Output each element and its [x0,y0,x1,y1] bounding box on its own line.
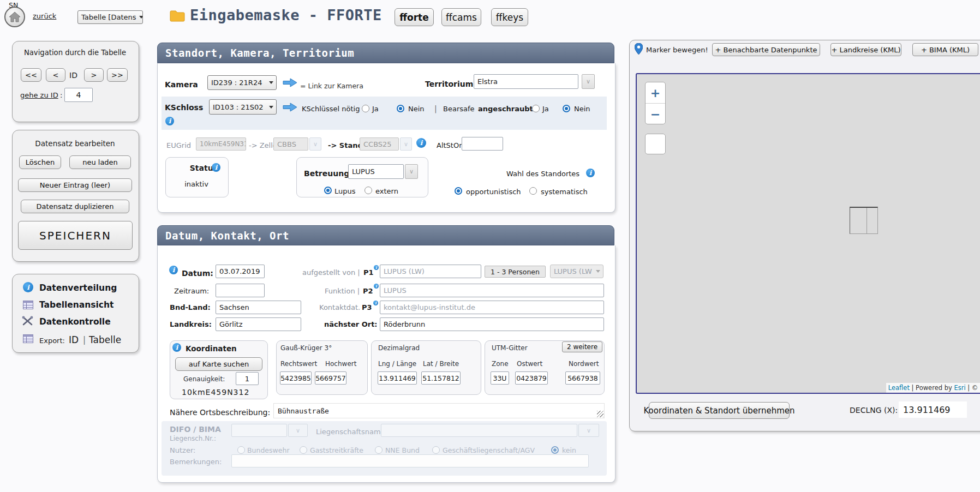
export-id-link[interactable]: ID [69,334,79,345]
liegensch-nr-input [231,424,287,437]
ostwert-input[interactable]: 0423879 [515,371,548,385]
nav-first-button[interactable]: << [21,68,41,82]
kschloss-select[interactable]: ID103 : 21S02 [209,99,277,115]
kschloss-link-arrow-icon[interactable] [283,103,297,113]
territorium-dropdown-button[interactable] [582,74,595,89]
lng-label: Lng / Länge [378,360,416,368]
goto-id-input[interactable]: 4 [64,88,93,102]
map-canvas[interactable]: + − Leaflet | Powered by Esri | © C [636,73,980,394]
resize-handle[interactable] [597,411,603,417]
reload-button[interactable]: neu laden [69,155,131,169]
kschloss-info-icon[interactable] [165,117,174,125]
zoom-out-button[interactable]: − [646,104,665,124]
sidebar-item-datenverteilung[interactable]: Datenverteilung [39,283,117,293]
bearsafe-nein-radio[interactable] [563,105,570,112]
landkreis-input[interactable]: Görlitz [216,317,301,331]
liegenschaftsname-dropdown-button [578,424,599,437]
bndland-label: Bnd-Land: [170,303,211,311]
fforte-button[interactable]: fforte [395,8,434,26]
p1-input[interactable]: LUPUS (LW) [380,265,481,278]
zeitraum-input[interactable] [216,284,265,297]
export-tabelle-link[interactable]: Tabelle [89,334,121,345]
p1-info-icon[interactable] [374,265,379,270]
table-icon [23,334,33,345]
zoom-in-button[interactable]: + [646,82,665,104]
nav-prev-button[interactable]: < [46,68,65,82]
nutzer-bundeswehr-radio [237,446,245,454]
betreuung-lupus-radio[interactable] [324,187,332,194]
goto-id-link[interactable]: gehe zu ID [20,91,58,99]
ffkeys-button[interactable]: ffkeys [491,8,528,26]
save-button[interactable]: SPEICHERN [18,221,133,250]
hochwert-label: Hochwert [325,360,356,368]
bearsafe-angeschraubt-label: angeschraubt [478,105,533,113]
nav-last-button[interactable]: >> [107,68,128,82]
navigation-title: Navigation durch die Tabelle [12,49,138,57]
ffcams-button[interactable]: ffcams [441,8,481,26]
zone-input[interactable]: 33U [491,371,509,385]
leaflet-link[interactable]: Leaflet [888,384,910,392]
rechtswert-label: Rechtswert [280,360,317,368]
status-label: Status [165,164,218,172]
p2-input[interactable]: LUPUS [380,284,604,297]
datum-input[interactable]: 03.07.2019 [216,265,265,278]
territorium-input[interactable]: Elstra [474,74,578,89]
sidebar-item-datenkontrolle[interactable]: Datenkontrolle [39,317,111,327]
delete-button[interactable]: Löschen [19,155,61,169]
rechtswert-input[interactable]: 5423985 [280,371,312,385]
karte-suchen-button[interactable]: auf Karte suchen [175,357,262,371]
altstort-input[interactable] [462,137,503,151]
back-link[interactable]: zurück [33,12,56,20]
koordinaten-uebernehmen-button[interactable]: Koordinaten & Standort übernehmen [649,402,790,419]
wahl-systematisch-radio[interactable] [529,187,537,195]
lat-label: Lat / Breite [423,360,459,368]
bearsafe-nein-label: Nein [574,105,590,113]
status-info-icon[interactable] [212,163,220,172]
kamera-select[interactable]: ID239 : 21R24 [207,75,277,90]
p3-info-icon[interactable] [373,301,378,305]
bearsafe-ja-radio[interactable] [532,105,540,112]
p3-input[interactable]: kontakt@lupus-institut.de [380,301,604,314]
landkreise-kml-button[interactable]: + Landkreise (KML) [830,43,901,56]
eugrid-input: 10kmE459N312 [196,137,246,151]
naechster-ort-input[interactable]: Röderbrunn [380,317,604,331]
page: SN zurück Tabelle [Datens Eingabemaske -… [0,0,980,492]
lng-input[interactable]: 13.911469 [378,371,417,385]
betreuung-extern-radio[interactable] [364,187,372,194]
bima-kml-button[interactable]: + BIMA (KML) [912,43,978,56]
p1-label: P1 [363,268,374,277]
bemerkungen-label: Bemerkungen: [170,458,222,466]
genauigkeit-input[interactable]: 1 [236,372,259,385]
benachbarte-datenpunkte-button[interactable]: + Benachbarte Datenpunkte [712,43,820,56]
hochwert-input[interactable]: 5669757 [315,371,346,385]
esri-link[interactable]: Esri [954,384,965,392]
wahl-standort-info-icon[interactable] [586,169,595,177]
standort-info-icon[interactable] [416,138,426,148]
lat-input[interactable]: 51.157812 [421,371,461,385]
kschluessel-nein-radio[interactable] [397,105,404,112]
camera-link-arrow-icon[interactable] [283,78,297,89]
betreuung-dropdown-button[interactable] [405,164,418,179]
datum-info-icon[interactable] [169,266,178,274]
betreuung-input[interactable]: LUPUS [348,164,404,179]
map-layers-button[interactable] [645,134,666,154]
personen-select[interactable]: LUPUS (LW [550,265,603,278]
kschloss-select-value: ID103 : 21S02 [213,103,264,111]
nav-id-label: ID [69,71,77,80]
weitere-button[interactable]: 2 weitere [562,341,602,352]
koordinaten-info-icon[interactable] [172,343,181,352]
new-entry-button[interactable]: Neuer Eintrag (leer) [18,178,132,192]
duplicate-button[interactable]: Datensatz duplizieren [21,200,129,213]
nordwert-input[interactable]: 5667938 [565,371,600,385]
nav-next-button[interactable]: > [84,68,104,82]
home-button[interactable] [4,7,25,27]
datum-panel-header: Datum, Kontakt, Ort [157,225,614,245]
kschluessel-ja-radio[interactable] [362,105,369,112]
wahl-opportunistisch-radio[interactable] [455,187,462,195]
sidebar-item-tabellenansicht[interactable]: Tabellenansicht [39,300,113,310]
table-select[interactable]: Tabelle [Datens [77,10,143,24]
funktion-label: Funktion | [325,287,360,295]
p2-info-icon[interactable] [374,284,379,289]
home-icon [9,11,21,22]
bndland-input[interactable]: Sachsen [216,301,301,314]
